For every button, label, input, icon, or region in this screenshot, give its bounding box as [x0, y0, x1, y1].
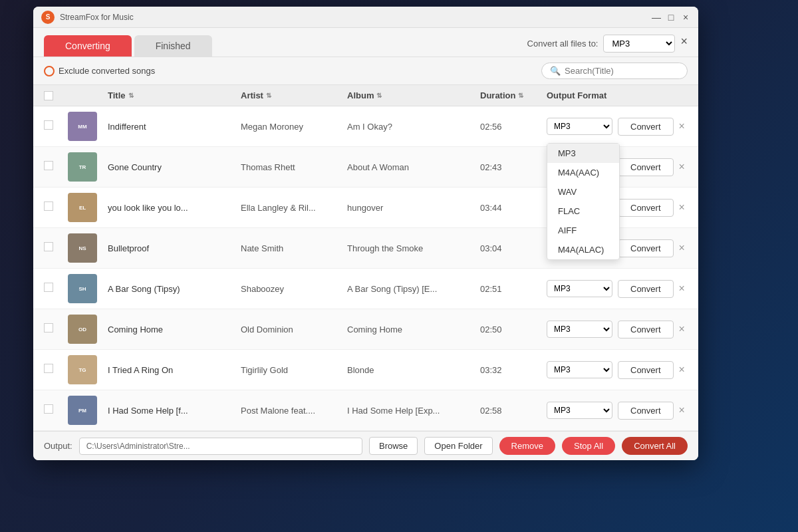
- search-icon: 🔍: [550, 66, 561, 76]
- col-header-title[interactable]: Title ⇅: [108, 90, 241, 100]
- exclude-label-text: Exclude converted songs: [59, 66, 155, 76]
- output-label: Output:: [44, 441, 72, 451]
- duration-2: 02:43: [480, 162, 547, 172]
- app-title: StreamFox for Music: [60, 13, 134, 22]
- convert-button-4[interactable]: Convert: [618, 239, 674, 257]
- bottom-bar: Output: C:\Users\Administrator\Stre... B…: [33, 431, 698, 460]
- row-checkbox-cell-4: [44, 242, 68, 254]
- song-thumbnail-3: EL: [68, 193, 97, 222]
- table-body: MM Indifferent Megan Moroney Am I Okay? …: [33, 106, 698, 431]
- format-select-8[interactable]: MP3M4A(AAC)WAVFLACAIFFM4A(ALAC): [547, 402, 612, 419]
- dropdown-option-M4A(AAC)-1[interactable]: M4A(AAC): [547, 163, 619, 182]
- remove-row-button-3[interactable]: ×: [679, 201, 685, 213]
- title-bar-right: — □ ×: [652, 13, 690, 22]
- convert-button-7[interactable]: Convert: [618, 361, 674, 379]
- convert-all-format-select[interactable]: MP3 M4A(AAC) WAV FLAC AIFF M4A(ALAC): [603, 35, 675, 53]
- browse-button[interactable]: Browse: [369, 437, 418, 455]
- song-thumbnail-4: NS: [68, 233, 97, 263]
- action-cell-7: MP3M4A(AAC)WAVFLACAIFFM4A(ALAC) Convert …: [547, 361, 688, 379]
- artist-sort-icon: ⇅: [266, 92, 271, 99]
- maximize-button[interactable]: □: [666, 13, 676, 22]
- row-thumb-cell-2: TR: [68, 152, 108, 182]
- dropdown-option-WAV-1[interactable]: WAV: [547, 182, 619, 201]
- title-bar: S StreamFox for Music — □ ×: [33, 7, 698, 28]
- search-input[interactable]: [565, 66, 679, 76]
- row-checkbox-4[interactable]: [44, 242, 53, 251]
- convert-button-1[interactable]: Convert: [618, 118, 674, 136]
- exclude-converted-label[interactable]: Exclude converted songs: [44, 66, 155, 76]
- remove-button[interactable]: Remove: [499, 437, 555, 455]
- artist-name-8: Post Malone feat....: [241, 406, 347, 416]
- output-format-cell-5: MP3M4A(AAC)WAVFLACAIFFM4A(ALAC): [547, 280, 612, 297]
- minimize-button[interactable]: —: [652, 13, 661, 22]
- toolbar-row: Exclude converted songs 🔍: [33, 57, 698, 85]
- convert-button-2[interactable]: Convert: [618, 158, 674, 176]
- close-window-button[interactable]: ×: [681, 13, 690, 22]
- dropdown-option-M4A(ALAC)-1[interactable]: M4A(ALAC): [547, 240, 619, 259]
- table-row: PM I Had Some Help [f... Post Malone fea…: [33, 390, 698, 431]
- table-row: MM Indifferent Megan Moroney Am I Okay? …: [33, 106, 698, 147]
- remove-row-button-6[interactable]: ×: [679, 323, 685, 335]
- dropdown-option-AIFF-1[interactable]: AIFF: [547, 221, 619, 240]
- row-checkbox-1[interactable]: [44, 120, 53, 130]
- stop-all-button[interactable]: Stop All: [562, 437, 615, 455]
- open-folder-button[interactable]: Open Folder: [424, 437, 492, 455]
- table-row: SH A Bar Song (Tipsy) Shaboozey A Bar So…: [33, 269, 698, 309]
- album-name-4: Through the Smoke: [347, 243, 480, 253]
- album-name-3: hungover: [347, 203, 480, 213]
- tab-converting[interactable]: Converting: [44, 35, 132, 57]
- album-name-8: I Had Some Help [Exp...: [347, 406, 480, 416]
- row-checkbox-2[interactable]: [44, 161, 53, 170]
- col-header-duration[interactable]: Duration ⇅: [480, 90, 547, 100]
- row-thumb-cell-7: TG: [68, 355, 108, 384]
- song-thumbnail-7: TG: [68, 355, 97, 384]
- action-cell-5: MP3M4A(AAC)WAVFLACAIFFM4A(ALAC) Convert …: [547, 280, 688, 298]
- artist-name-2: Thomas Rhett: [241, 162, 347, 172]
- song-thumbnail-1: MM: [68, 112, 97, 141]
- select-all-checkbox[interactable]: [44, 91, 53, 100]
- output-path: C:\Users\Administrator\Stre...: [79, 438, 362, 455]
- action-cell-6: MP3M4A(AAC)WAVFLACAIFFM4A(ALAC) Convert …: [547, 321, 688, 338]
- row-checkbox-6[interactable]: [44, 323, 53, 332]
- remove-row-button-2[interactable]: ×: [679, 161, 685, 173]
- col-header-album[interactable]: Album ⇅: [347, 90, 480, 100]
- dropdown-option-FLAC-1[interactable]: FLAC: [547, 201, 619, 221]
- row-checkbox-3[interactable]: [44, 201, 53, 211]
- convert-button-3[interactable]: Convert: [618, 199, 674, 217]
- row-checkbox-7[interactable]: [44, 364, 53, 373]
- format-select-1[interactable]: MP3M4A(AAC)WAVFLACAIFFM4A(ALAC): [547, 118, 612, 135]
- convert-button-5[interactable]: Convert: [618, 280, 674, 298]
- duration-sort-icon: ⇅: [518, 92, 523, 99]
- format-select-6[interactable]: MP3M4A(AAC)WAVFLACAIFFM4A(ALAC): [547, 321, 612, 338]
- col-header-artist[interactable]: Artist ⇅: [241, 90, 347, 100]
- action-cell-8: MP3M4A(AAC)WAVFLACAIFFM4A(ALAC) Convert …: [547, 402, 688, 420]
- remove-row-button-8[interactable]: ×: [679, 404, 685, 416]
- search-box: 🔍: [541, 63, 688, 79]
- format-dropdown-1[interactable]: MP3 M4A(AAC) WAV FLAC AIFF M4A(ALAC): [547, 143, 620, 260]
- row-thumb-cell-6: OD: [68, 315, 108, 344]
- close-tab-button[interactable]: ×: [680, 35, 688, 53]
- convert-all-button[interactable]: Convert All: [622, 437, 688, 455]
- song-title-5: A Bar Song (Tipsy): [108, 284, 241, 294]
- remove-row-button-7[interactable]: ×: [679, 364, 685, 376]
- row-checkbox-5[interactable]: [44, 283, 53, 292]
- remove-row-button-1[interactable]: ×: [679, 120, 685, 132]
- format-select-7[interactable]: MP3M4A(AAC)WAVFLACAIFFM4A(ALAC): [547, 361, 612, 378]
- table-row: OD Coming Home Old Dominion Coming Home …: [33, 309, 698, 350]
- dropdown-option-MP3-1[interactable]: MP3: [547, 144, 619, 163]
- song-thumbnail-6: OD: [68, 315, 97, 344]
- remove-row-button-4[interactable]: ×: [679, 242, 685, 254]
- convert-button-6[interactable]: Convert: [618, 321, 674, 338]
- format-select-5[interactable]: MP3M4A(AAC)WAVFLACAIFFM4A(ALAC): [547, 280, 612, 297]
- main-modal: S StreamFox for Music — □ × Converting F…: [33, 7, 698, 460]
- convert-button-8[interactable]: Convert: [618, 402, 674, 420]
- song-title-7: I Tried A Ring On: [108, 365, 241, 375]
- song-title-1: Indifferent: [108, 122, 241, 132]
- duration-7: 03:32: [480, 365, 547, 375]
- row-checkbox-8[interactable]: [44, 404, 53, 414]
- exclude-checkbox-icon: [44, 66, 55, 76]
- tab-finished[interactable]: Finished: [134, 35, 212, 57]
- table-row: TG I Tried A Ring On Tigirlily Gold Blon…: [33, 350, 698, 390]
- remove-row-button-5[interactable]: ×: [679, 283, 685, 295]
- duration-8: 02:58: [480, 406, 547, 416]
